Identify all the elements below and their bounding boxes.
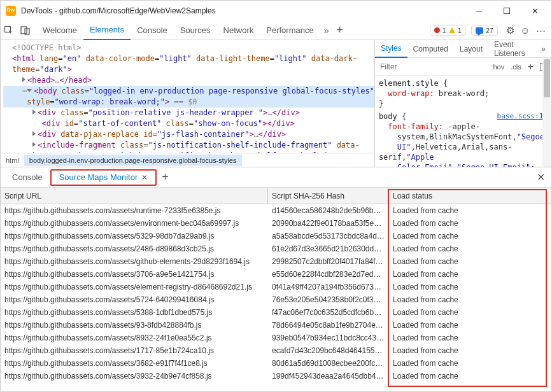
- col-script-hash[interactable]: Script SHA-256 Hash: [268, 188, 389, 204]
- col-script-url[interactable]: Script URL: [1, 188, 268, 204]
- drawer-tab-source-maps-monitor[interactable]: Source Maps Monitor ✕: [50, 169, 157, 186]
- body-child-3[interactable]: <div data-pjax-replace id="js-flash-cont…: [3, 129, 374, 140]
- cell-status: Loaded from cache: [389, 244, 551, 253]
- cell-hash: d14560eca586248b2de5b96be8…: [268, 206, 389, 215]
- table-row[interactable]: https://github.githubassets.com/assets/1…: [1, 344, 551, 357]
- window-controls: ✕: [465, 2, 549, 20]
- breadcrumb: html body.logged-in.env-production.page-…: [1, 153, 374, 167]
- col-load-status[interactable]: Load status: [389, 188, 551, 204]
- drawer-tabs: Console Source Maps Monitor ✕ + ✕: [1, 167, 551, 188]
- dom-tree[interactable]: <!DOCTYPE html> <html lang="en" data-col…: [1, 40, 374, 153]
- body-node[interactable]: ⋯<body class="logged-in env-production p…: [3, 86, 374, 97]
- warning-triangle-icon: [449, 27, 455, 33]
- feedback-icon[interactable]: ☺: [518, 25, 532, 36]
- devtools-window: DevTools - github.com/MicrosoftEdge/WebV…: [0, 0, 552, 392]
- svg-rect-1: [21, 27, 27, 34]
- cell-hash: 939eb0547b934ec11bdc8cc430…: [268, 333, 389, 342]
- maximize-button[interactable]: [493, 2, 521, 20]
- tab-layout[interactable]: Layout: [454, 40, 488, 58]
- tab-welcome[interactable]: Welcome: [36, 21, 83, 40]
- cell-url: https://github.githubassets.com/assets/r…: [1, 206, 268, 215]
- settings-gear-icon[interactable]: ⚙: [503, 25, 517, 36]
- cell-url: https://github.githubassets.com/assets/9…: [1, 321, 268, 330]
- device-icon[interactable]: [17, 22, 34, 39]
- body-child-2[interactable]: <div id="start-of-content" class="show-o…: [3, 118, 374, 129]
- table-row[interactable]: https://github.githubassets.com/assets/8…: [1, 332, 551, 344]
- drawer-close-icon[interactable]: ✕: [530, 171, 551, 183]
- more-tabs-icon[interactable]: »: [320, 25, 333, 36]
- styles-scrollbar[interactable]: [542, 58, 551, 167]
- tab-elements[interactable]: Elements: [83, 21, 131, 40]
- table-row[interactable]: https://github.githubassets.com/assets/3…: [1, 268, 551, 281]
- minimize-button[interactable]: [465, 2, 493, 20]
- issues-icon: [476, 27, 483, 34]
- tab-network[interactable]: Network: [217, 21, 260, 40]
- cell-status: Loaded from cache: [389, 270, 551, 279]
- cell-status: Loaded from cache: [389, 219, 551, 228]
- table-row[interactable]: https://github.githubassets.com/assets/9…: [1, 319, 551, 332]
- drawer-add-tab-icon[interactable]: +: [157, 171, 174, 184]
- table-row[interactable]: https://github.githubassets.com/assets/e…: [1, 281, 551, 293]
- cell-status: Loaded from cache: [389, 295, 551, 304]
- inspect-icon[interactable]: [1, 22, 17, 39]
- source-link[interactable]: base.scss:16: [497, 111, 548, 122]
- crumb-html[interactable]: html: [1, 155, 24, 166]
- error-warning-badge[interactable]: 1 1: [430, 25, 466, 36]
- table-row[interactable]: https://github.githubassets.com/assets/3…: [1, 370, 551, 382]
- styles-filter-input[interactable]: [379, 62, 485, 72]
- add-tab-icon[interactable]: +: [332, 24, 347, 37]
- close-window-button[interactable]: ✕: [521, 2, 549, 20]
- table-row[interactable]: https://github.githubassets.com/assets/5…: [1, 306, 551, 319]
- cell-hash: 80d61a5d69d1008ecbee200fc5…: [268, 359, 389, 368]
- kebab-menu-icon[interactable]: ⋯: [534, 25, 548, 36]
- issues-badge[interactable]: 27: [471, 25, 498, 36]
- tab-sources[interactable]: Sources: [174, 21, 217, 40]
- grid-body[interactable]: https://github.githubassets.com/assets/r…: [1, 204, 551, 391]
- cell-url: https://github.githubassets.com/assets/1…: [1, 346, 268, 355]
- new-rule-icon[interactable]: +: [528, 61, 534, 73]
- cell-status: Loaded from cache: [389, 321, 551, 330]
- cell-hash: 61e2d67d3e3665d21b2630dd1…: [268, 244, 389, 253]
- styles-rules[interactable]: element.style { word-wrap: break-word; }…: [375, 76, 551, 167]
- cell-url: https://github.githubassets.com/assets/e…: [1, 219, 268, 228]
- cell-url: https://github.githubassets.com/assets/2…: [1, 244, 268, 253]
- source-maps-monitor-panel: Script URL Script SHA-256 Hash Load stat…: [1, 188, 551, 391]
- table-row[interactable]: https://github.githubassets.com/assets/2…: [1, 242, 551, 255]
- crumb-body[interactable]: body.logged-in.env-production.page-respo…: [24, 155, 242, 166]
- cell-status: Loaded from cache: [389, 257, 551, 266]
- favicon-icon: [6, 6, 16, 16]
- cell-status: Loaded from cache: [389, 346, 551, 355]
- tab-computed[interactable]: Computed: [407, 40, 454, 58]
- cell-hash: 199df452943deaa2a4645dbb44…: [268, 372, 389, 381]
- head-node[interactable]: <head>…</head>: [3, 75, 374, 86]
- table-row[interactable]: https://github.githubassets.com/assets/5…: [1, 230, 551, 242]
- body-child-4[interactable]: <include-fragment class="js-notification…: [3, 140, 374, 151]
- panel-tabs: Welcome Elements Console Sources Network…: [36, 21, 320, 40]
- cell-status: Loaded from cache: [389, 333, 551, 342]
- table-row[interactable]: https://github.githubassets.com/assets/e…: [1, 217, 551, 230]
- cell-url: https://github.githubassets.com/assets/g…: [1, 257, 268, 266]
- tab-console[interactable]: Console: [131, 21, 174, 40]
- tab-performance[interactable]: Performance: [260, 21, 320, 40]
- hov-toggle[interactable]: :hov: [491, 63, 504, 71]
- styles-tabs: Styles Computed Layout Event Listeners »: [375, 40, 551, 58]
- more-styles-tabs-icon[interactable]: »: [535, 40, 551, 58]
- cls-toggle[interactable]: .cls: [511, 63, 521, 71]
- cell-hash: 78d66494e05c8ab1fe9b2704e8…: [268, 321, 389, 330]
- table-row[interactable]: https://github.githubassets.com/assets/3…: [1, 357, 551, 370]
- cell-hash: 0f41a49ff4207a194fb356d6732c…: [268, 283, 389, 291]
- table-row[interactable]: https://github.githubassets.com/assets/g…: [1, 255, 551, 268]
- cell-url: https://github.githubassets.com/assets/5…: [1, 308, 268, 317]
- table-row[interactable]: https://github.githubassets.com/assets/r…: [1, 204, 551, 217]
- doctype: <!DOCTYPE html>: [3, 43, 374, 53]
- main-toolbar: Welcome Elements Console Sources Network…: [1, 21, 551, 40]
- table-row[interactable]: https://github.githubassets.com/assets/5…: [1, 293, 551, 306]
- grid-header: Script URL Script SHA-256 Hash Load stat…: [1, 188, 551, 204]
- tab-styles[interactable]: Styles: [375, 40, 407, 58]
- cell-status: Loaded from cache: [389, 372, 551, 381]
- close-tab-icon[interactable]: ✕: [141, 173, 148, 182]
- drawer-tab-console[interactable]: Console: [4, 169, 50, 186]
- body-child-1[interactable]: <div class="position-relative js-header-…: [3, 108, 374, 118]
- dom-pane: <!DOCTYPE html> <html lang="en" data-col…: [1, 40, 375, 167]
- tab-eventlisteners[interactable]: Event Listeners: [488, 40, 535, 58]
